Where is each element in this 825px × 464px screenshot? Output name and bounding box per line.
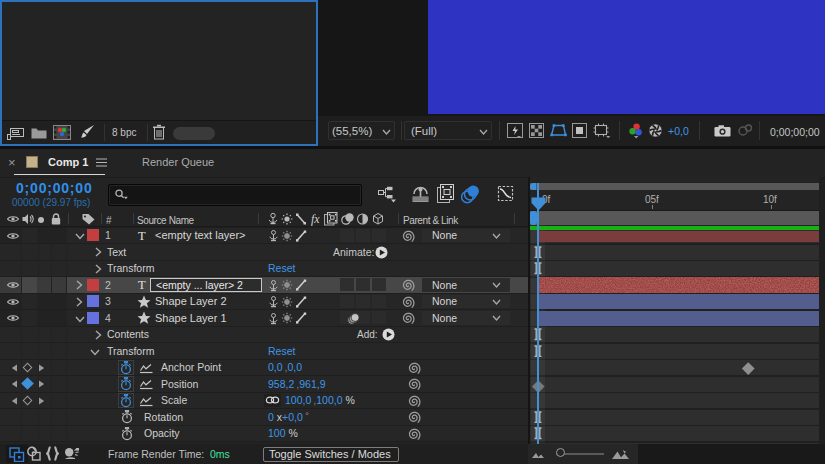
svg-text:fx: fx <box>311 212 320 226</box>
